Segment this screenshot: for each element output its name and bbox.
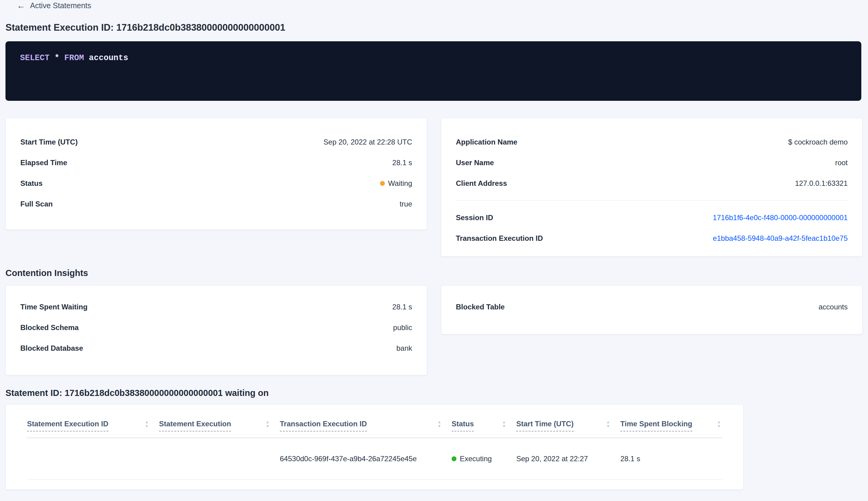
column-header-time-spent-blocking[interactable]: Time Spent Blocking ▲ ▼	[620, 419, 722, 431]
detail-value: accounts	[818, 303, 848, 311]
status-text: Waiting	[388, 179, 412, 188]
detail-row-full-scan: Full Scan true	[20, 194, 412, 214]
contention-right-card: Blocked Table accounts	[441, 285, 862, 334]
sort-icon[interactable]: ▲ ▼	[437, 420, 441, 428]
detail-label: Full Scan	[20, 200, 53, 208]
column-header-start-time[interactable]: Start Time (UTC) ▲ ▼	[516, 419, 620, 431]
sort-desc-icon: ▼	[606, 424, 610, 428]
detail-row-transaction-execution-id: Transaction Execution ID e1bba458-5948-4…	[456, 228, 848, 249]
waiting-on-heading: Statement ID: 1716b218dc0b38380000000000…	[6, 388, 862, 398]
contention-left-card: Time Spent Waiting 28.1 s Blocked Schema…	[6, 285, 427, 375]
detail-value: $ cockroach demo	[788, 138, 848, 146]
back-link-active-statements[interactable]: ← Active Statements	[17, 1, 91, 10]
detail-label: Client Address	[456, 179, 507, 188]
cell-start-time: Sep 20, 2022 at 22:27	[516, 455, 620, 463]
transaction-execution-id-link[interactable]: e1bba458-5948-40a9-a42f-5feac1b10e75	[713, 234, 848, 243]
statement-execution-details-page: ← Active Statements Statement Execution …	[0, 0, 868, 501]
sort-icon[interactable]: ▲ ▼	[265, 420, 270, 428]
detail-row-time-spent-waiting: Time Spent Waiting 28.1 s	[20, 297, 412, 317]
detail-label: Blocked Table	[456, 303, 505, 311]
column-header-statement-execution-id[interactable]: Statement Execution ID ▲ ▼	[27, 419, 159, 431]
sort-desc-icon: ▼	[717, 424, 721, 428]
sort-desc-icon: ▼	[145, 424, 149, 428]
status-waiting-dot-icon	[380, 181, 385, 186]
sort-icon[interactable]: ▲ ▼	[502, 420, 506, 428]
detail-value: root	[835, 159, 848, 167]
sort-asc-icon: ▲	[437, 420, 441, 424]
detail-row-session-id: Session ID 1716b1f6-4e0c-f480-0000-00000…	[456, 207, 848, 228]
sort-asc-icon: ▲	[145, 420, 149, 424]
detail-label: User Name	[456, 159, 494, 167]
card-divider	[456, 200, 848, 201]
table-row: 64530d0c-969f-437e-a9b4-26a72245e45e Exe…	[27, 438, 722, 480]
cell-time-spent-blocking: 28.1 s	[620, 455, 722, 463]
detail-label: Application Name	[456, 138, 518, 146]
sort-asc-icon: ▲	[606, 420, 610, 424]
detail-value: 28.1 s	[392, 159, 412, 167]
detail-label: Blocked Schema	[20, 323, 79, 332]
session-id-link[interactable]: 1716b1f6-4e0c-f480-0000-000000000001	[713, 213, 848, 222]
sort-desc-icon: ▼	[265, 424, 270, 428]
detail-value: public	[393, 323, 412, 332]
detail-row-user-name: User Name root	[456, 152, 848, 173]
sort-icon[interactable]: ▲ ▼	[606, 420, 610, 428]
detail-label: Time Spent Waiting	[20, 303, 87, 311]
waiting-statements-table: Statement Execution ID ▲ ▼ Statement Exe…	[6, 404, 744, 490]
detail-label: Start Time (UTC)	[20, 138, 78, 146]
detail-label: Status	[20, 179, 43, 188]
detail-row-start-time: Start Time (UTC) Sep 20, 2022 at 22:28 U…	[20, 132, 412, 152]
detail-row-blocked-table: Blocked Table accounts	[456, 297, 848, 317]
sort-desc-icon: ▼	[502, 424, 506, 428]
detail-label: Transaction Execution ID	[456, 234, 543, 243]
detail-row-blocked-schema: Blocked Schema public	[20, 317, 412, 338]
arrow-left-icon: ←	[17, 1, 25, 10]
detail-row-application-name: Application Name $ cockroach demo	[456, 132, 848, 152]
sort-asc-icon: ▲	[502, 420, 506, 424]
sort-asc-icon: ▲	[717, 420, 721, 424]
contention-insights-heading: Contention Insights	[6, 268, 862, 278]
detail-row-elapsed-time: Elapsed Time 28.1 s	[20, 152, 412, 173]
detail-row-status: Status Waiting	[20, 173, 412, 194]
sort-asc-icon: ▲	[265, 420, 270, 424]
detail-value: bank	[397, 344, 412, 352]
sql-star: *	[50, 53, 64, 63]
page-title: Statement Execution ID: 1716b218dc0b3838…	[6, 22, 862, 33]
detail-value: Sep 20, 2022 at 22:28 UTC	[324, 138, 412, 146]
detail-value: 28.1 s	[392, 303, 412, 311]
column-header-transaction-execution-id[interactable]: Transaction Execution ID ▲ ▼	[280, 419, 452, 431]
overview-card: Start Time (UTC) Sep 20, 2022 at 22:28 U…	[6, 118, 427, 230]
detail-row-blocked-database: Blocked Database bank	[20, 338, 412, 359]
sort-icon[interactable]: ▲ ▼	[717, 420, 721, 428]
sql-statement-text: SELECT * FROM accounts	[20, 53, 128, 63]
status-badge: Waiting	[380, 179, 412, 188]
back-link-label: Active Statements	[30, 1, 91, 10]
cell-status: Executing	[452, 455, 516, 463]
session-card: Application Name $ cockroach demo User N…	[441, 118, 862, 257]
column-header-status[interactable]: Status ▲ ▼	[452, 419, 516, 431]
detail-label: Blocked Database	[20, 344, 83, 352]
sort-desc-icon: ▼	[437, 424, 441, 428]
sql-keyword-select: SELECT	[20, 53, 50, 63]
table-header-row: Statement Execution ID ▲ ▼ Statement Exe…	[27, 405, 722, 438]
detail-row-client-address: Client Address 127.0.0.1:63321	[456, 173, 848, 194]
detail-label: Elapsed Time	[20, 159, 67, 167]
status-executing-dot-icon	[452, 456, 456, 461]
sql-statement-box: SELECT * FROM accounts	[6, 41, 861, 101]
cell-transaction-execution-id: 64530d0c-969f-437e-a9b4-26a72245e45e	[280, 455, 452, 463]
detail-value: 127.0.0.1:63321	[795, 179, 848, 188]
detail-value: true	[400, 200, 412, 208]
status-text: Executing	[460, 455, 492, 463]
sql-keyword-from: FROM	[64, 53, 84, 63]
sql-table-name: accounts	[84, 53, 128, 63]
detail-label: Session ID	[456, 213, 493, 222]
sort-icon[interactable]: ▲ ▼	[145, 420, 149, 428]
column-header-statement-execution[interactable]: Statement Execution ▲ ▼	[159, 419, 280, 431]
